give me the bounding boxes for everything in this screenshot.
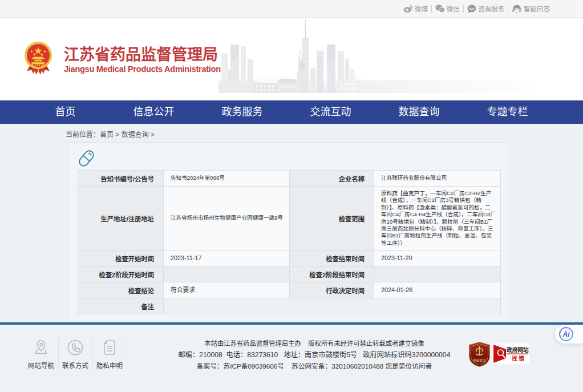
svg-text:政府网站: 政府网站	[507, 346, 529, 353]
svg-text:找错: 找错	[512, 355, 525, 362]
svg-text:党政机关: 党政机关	[473, 358, 486, 363]
